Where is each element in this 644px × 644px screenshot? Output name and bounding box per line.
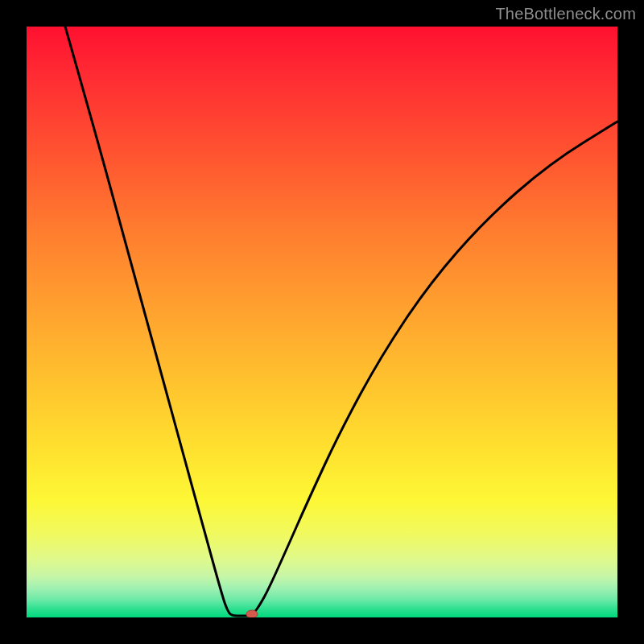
watermark-text: TheBottleneck.com	[495, 5, 636, 23]
curve-svg	[27, 27, 617, 617]
optimal-point-marker	[246, 610, 258, 617]
bottleneck-curve	[65, 27, 617, 616]
plot-area	[27, 27, 617, 617]
chart-frame: TheBottleneck.com	[0, 0, 644, 644]
